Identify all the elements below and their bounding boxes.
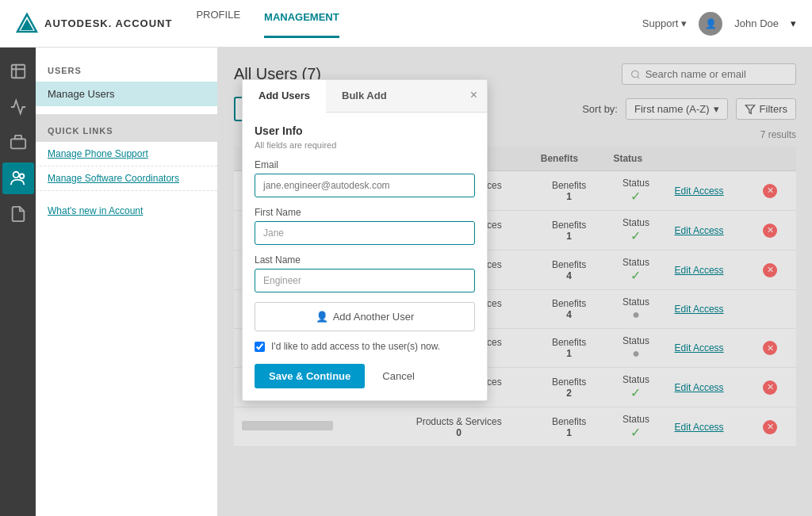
checkbox-row: I'd like to add access to the user(s) no…	[255, 341, 475, 352]
first-name-label: First Name	[255, 207, 475, 218]
secondary-sidebar: USERS Manage Users QUICK LINKS Manage Ph…	[36, 48, 218, 516]
nav-management[interactable]: MANAGEMENT	[264, 11, 339, 38]
avatar: 👤	[699, 12, 722, 36]
sidebar	[0, 48, 36, 516]
quick-link-phone-support[interactable]: Manage Phone Support	[36, 142, 217, 166]
email-group: Email	[255, 159, 475, 197]
main-nav: PROFILE MANAGEMENT	[196, 9, 618, 38]
logo: AUTODESK. ACCOUNT	[16, 13, 172, 35]
last-name-input[interactable]	[255, 269, 475, 292]
add-another-user-button[interactable]: 👤 Add Another User	[255, 302, 475, 331]
support-button[interactable]: Support ▾	[642, 17, 688, 29]
checkbox-label: I'd like to add access to the user(s) no…	[271, 341, 440, 352]
add-another-icon: 👤	[316, 311, 328, 323]
modal-close-button[interactable]: ×	[470, 88, 477, 102]
tab-bulk-add[interactable]: Bulk Add	[326, 80, 403, 112]
first-name-group: First Name	[255, 207, 475, 245]
chevron-down-icon: ▾	[681, 17, 687, 29]
save-continue-button[interactable]: Save & Continue	[255, 364, 365, 388]
add-access-checkbox[interactable]	[255, 342, 265, 352]
whats-new-link[interactable]: What's new in Account	[36, 199, 217, 223]
svg-rect-2	[11, 65, 25, 78]
content-area: All Users (7) + Add Actions ▾ Sort by: F…	[218, 48, 812, 516]
svg-point-4	[13, 172, 18, 178]
modal-section-subtitle: All fields are required	[255, 140, 475, 150]
autodesk-logo-icon	[16, 13, 38, 35]
svg-point-5	[19, 174, 24, 179]
sidebar-icon-cube[interactable]	[2, 55, 34, 87]
users-section-title: USERS	[36, 59, 217, 82]
sidebar-icon-docs[interactable]	[2, 198, 34, 230]
sidebar-icon-analytics[interactable]	[2, 91, 34, 123]
modal-body: User Info All fields are required Email …	[243, 113, 487, 400]
last-name-group: Last Name	[255, 254, 475, 292]
sidebar-item-manage-users[interactable]: Manage Users	[36, 82, 217, 106]
main-layout: USERS Manage Users QUICK LINKS Manage Ph…	[0, 48, 812, 516]
nav-right: Support ▾ 👤 John Doe ▾	[642, 12, 796, 36]
modal-section-title: User Info	[255, 124, 475, 137]
svg-rect-3	[10, 139, 25, 148]
user-chevron-icon: ▾	[791, 17, 796, 29]
top-nav: AUTODESK. ACCOUNT PROFILE MANAGEMENT Sup…	[0, 0, 812, 48]
quick-link-software-coordinators[interactable]: Manage Software Coordinators	[36, 166, 217, 191]
add-users-modal: Add Users Bulk Add × User Info All field…	[242, 79, 488, 401]
cancel-button[interactable]: Cancel	[373, 364, 423, 388]
quick-links-title: QUICK LINKS	[36, 114, 217, 142]
last-name-label: Last Name	[255, 254, 475, 266]
first-name-input[interactable]	[255, 221, 475, 245]
sidebar-icon-devices[interactable]	[2, 127, 34, 159]
email-label: Email	[255, 159, 475, 170]
logo-text: AUTODESK. ACCOUNT	[44, 17, 172, 29]
sidebar-icon-users[interactable]	[2, 162, 34, 194]
user-name[interactable]: John Doe	[734, 17, 779, 29]
modal-actions: Save & Continue Cancel	[255, 364, 475, 388]
tab-add-users[interactable]: Add Users	[243, 80, 326, 113]
email-input[interactable]	[255, 174, 475, 197]
nav-profile[interactable]: PROFILE	[196, 9, 240, 38]
modal-tabs: Add Users Bulk Add ×	[243, 80, 487, 113]
